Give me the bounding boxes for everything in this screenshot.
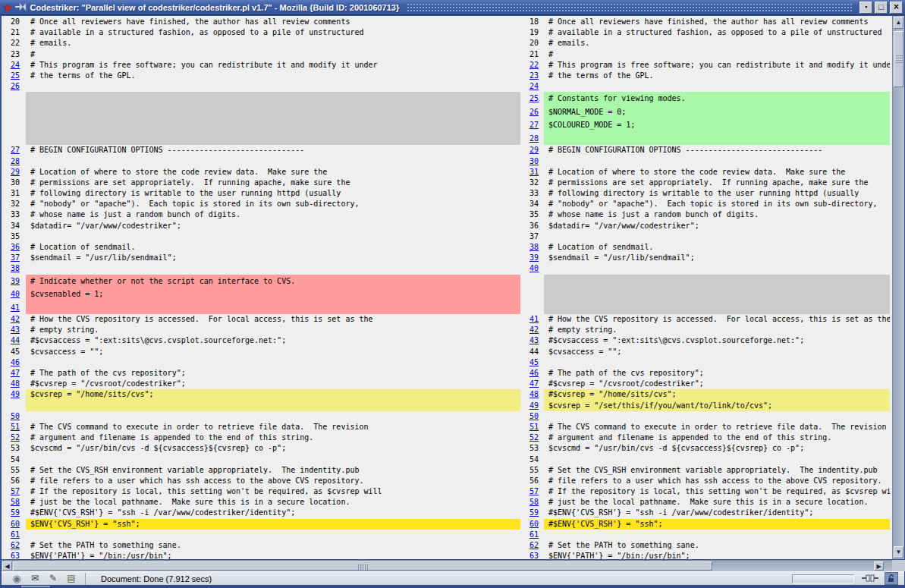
minimize-button[interactable]: ▪ [859,2,872,14]
left-line-number-link[interactable]: 37 [3,253,20,263]
right-line-number-link[interactable]: 25 [520,92,539,105]
left-line-number [3,118,20,132]
left-line-number-link[interactable]: 41 [3,301,20,315]
right-line-number-link[interactable]: 30 [520,156,539,167]
right-line-number-link[interactable]: 63 [520,551,539,559]
right-line-number-link[interactable]: 62 [520,540,539,551]
navigator-icon[interactable]: ◉ [8,573,26,584]
right-code-line: # whose name is just a random bunch of d… [544,209,890,220]
offline-indicator-icon[interactable] [862,574,878,583]
diff-row: 42# How the CVS repository is accessed. … [2,314,892,325]
left-line-number-link[interactable]: 29 [3,167,20,178]
left-line-number-link[interactable]: 63 [3,551,20,559]
right-line-number-link[interactable]: 28 [520,132,539,146]
diff-row: 39# Indicate whether or not the script c… [2,275,892,288]
security-lock-icon[interactable] [885,572,898,585]
column-gap [539,199,544,209]
left-line-number-link[interactable]: 42 [3,314,20,325]
right-code-line: #$ENV{'CVS_RSH'} = "ssh -i /var/www/code… [544,508,890,518]
component-bar: ◉ ✉ ✎ ▤ [2,573,86,585]
left-line-number-link[interactable]: 36 [3,242,20,253]
resize-grip[interactable] [21,586,50,587]
right-line-number-link[interactable]: 45 [520,357,539,368]
right-line-number-link[interactable]: 57 [520,486,539,497]
column-gap [539,347,544,357]
right-line-number-link[interactable]: 42 [520,325,539,335]
browser-window: ★ Codestriker: "Parallel view of codestr… [0,0,905,588]
right-line-number-link[interactable]: 39 [520,253,539,263]
left-line-number-link[interactable]: 49 [3,389,20,400]
column-gap [539,156,544,167]
left-line-number-link[interactable]: 62 [3,540,20,551]
left-code-line [26,263,520,274]
right-line-number-link[interactable]: 58 [520,497,539,508]
close-button[interactable]: × [890,2,903,14]
column-gap [539,389,544,400]
right-line-number-link[interactable]: 48 [520,389,539,400]
diff-row: 43# empty string.42# empty string. [2,325,892,335]
left-line-number-link[interactable]: 25 [3,71,20,81]
scroll-up-button[interactable]: ▲ [894,17,903,29]
right-line-number-link[interactable]: 59 [520,508,539,518]
scroll-left-button[interactable]: ◀ [2,561,12,571]
right-line-number-link[interactable]: 40 [520,263,539,274]
left-line-number-link[interactable]: 59 [3,508,20,518]
left-line-number-link[interactable]: 47 [3,368,20,379]
vertical-scroll-thumb[interactable] [894,31,903,87]
left-line-number-link[interactable]: 46 [3,357,20,368]
left-code-line: # BEGIN CONFIGURATION OPTIONS ----------… [26,145,520,156]
left-line-number: 30 [3,178,20,188]
right-line-number-link[interactable]: 60 [520,519,539,530]
left-line-number-link[interactable]: 58 [3,497,20,508]
left-line-number-link[interactable]: 61 [3,530,20,540]
left-line-number-link[interactable]: 44 [3,335,20,346]
right-line-number-link[interactable]: 26 [520,105,539,119]
right-line-number-link[interactable]: 46 [520,368,539,379]
right-line-number-link[interactable]: 43 [520,335,539,346]
right-line-number-link[interactable]: 23 [520,71,539,81]
left-line-number-link[interactable]: 57 [3,486,20,497]
left-line-number-link[interactable]: 50 [3,411,20,422]
left-line-number-link[interactable]: 26 [3,81,20,92]
scroll-down-button[interactable]: ▼ [894,546,903,558]
right-line-number-link[interactable]: 31 [520,167,539,178]
left-line-number-link[interactable]: 38 [3,263,20,274]
left-line-number-link[interactable]: 51 [3,422,20,432]
column-gap [539,508,544,518]
left-line-number-link[interactable]: 60 [3,519,20,530]
left-line-number-link[interactable]: 27 [3,145,20,156]
left-line-number-link[interactable]: 40 [3,288,20,301]
right-code-line: $cvsaccess = ""; [544,347,890,357]
horizontal-scroll-thumb[interactable] [13,561,712,571]
left-line-number-link[interactable]: 24 [3,60,20,71]
left-line-number-link[interactable]: 52 [3,432,20,443]
horizontal-scrollbar[interactable]: ◀ ▶ [2,560,892,571]
scroll-right-button[interactable]: ▶ [874,561,884,571]
right-line-number-link[interactable]: 49 [520,401,539,411]
right-line-number-link[interactable]: 27 [520,118,539,132]
right-line-number-link[interactable]: 29 [520,145,539,156]
composer-icon[interactable]: ✎ [44,573,62,584]
mail-icon[interactable]: ✉ [26,573,44,584]
left-line-number-link[interactable]: 28 [3,156,20,167]
diff-row: 20# Once all reviewers have finished, th… [2,17,892,27]
right-line-number-link[interactable]: 50 [520,411,539,422]
right-line-number-link[interactable]: 24 [520,81,539,92]
column-gap [539,540,544,551]
left-line-number-link[interactable]: 43 [3,325,20,335]
right-line-number-link[interactable]: 22 [520,60,539,71]
right-line-number-link[interactable]: 41 [520,314,539,325]
address-book-icon[interactable]: ▤ [62,573,80,584]
column-gap [20,401,26,411]
column-gap [539,551,544,559]
right-line-number-link[interactable]: 51 [520,422,539,432]
maximize-button[interactable]: □ [875,2,888,14]
left-line-number-link[interactable]: 39 [3,275,20,288]
vertical-scrollbar[interactable]: ▲ ▼ [892,16,904,559]
right-line-number-link[interactable]: 38 [520,242,539,253]
left-line-number-link[interactable]: 48 [3,379,20,389]
right-line-number-link[interactable]: 47 [520,379,539,389]
right-code-line: # BEGIN CONFIGURATION OPTIONS ----------… [544,145,890,156]
right-line-number-link[interactable]: 61 [520,530,539,540]
right-line-number-link[interactable]: 52 [520,432,539,443]
